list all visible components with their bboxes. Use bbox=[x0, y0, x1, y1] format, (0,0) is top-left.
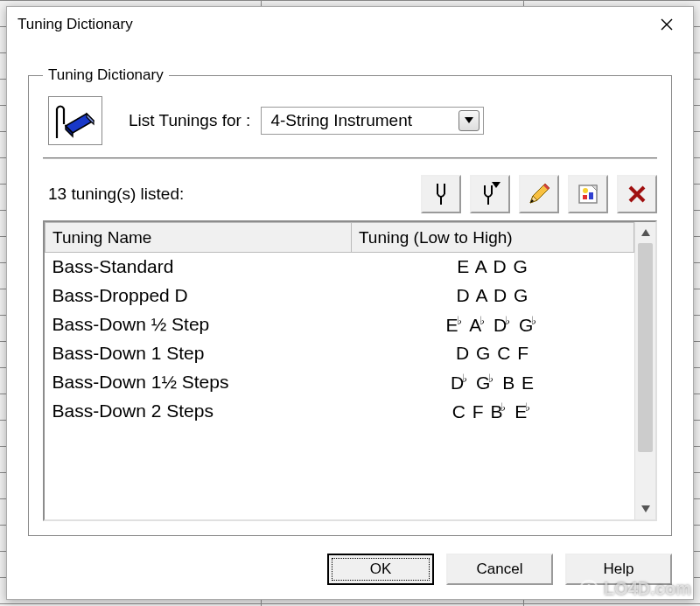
delete-x-icon bbox=[627, 185, 647, 204]
new-tuning-button[interactable] bbox=[421, 175, 461, 213]
vertical-scrollbar[interactable] bbox=[634, 222, 655, 519]
delete-tuning-button[interactable] bbox=[617, 175, 657, 213]
watermark: LO4D.com bbox=[579, 579, 691, 599]
tunings-count-label: 13 tuning(s) listed: bbox=[43, 185, 412, 204]
svg-marker-24 bbox=[641, 229, 650, 236]
groupbox-legend: Tuning Dictionary bbox=[43, 66, 169, 84]
svg-point-21 bbox=[583, 188, 588, 193]
tuning-name-cell: Bass-Down ½ Step bbox=[46, 310, 352, 339]
watermark-text: LO4D.com bbox=[604, 579, 691, 599]
chevron-down-icon bbox=[458, 110, 480, 131]
tuning-notes-cell: D G C F bbox=[351, 339, 634, 368]
svg-rect-20 bbox=[589, 192, 593, 199]
instrument-combo[interactable]: 4-String Instrument bbox=[261, 107, 484, 135]
chevron-up-icon bbox=[641, 229, 650, 236]
separator bbox=[43, 157, 657, 159]
table-row[interactable]: Bass-Down ½ StepE♭ A♭ D♭ G♭ bbox=[46, 310, 634, 339]
instrument-selected-text: 4-String Instrument bbox=[270, 111, 453, 130]
scroll-thumb[interactable] bbox=[638, 243, 653, 452]
svg-marker-25 bbox=[641, 505, 650, 512]
tuning-fork-book-icon bbox=[53, 101, 97, 140]
tuning-notes-cell: D A D G bbox=[351, 282, 634, 310]
edit-tuning-button[interactable] bbox=[519, 175, 559, 213]
instrument-selector-row: List Tunings for : 4-String Instrument bbox=[43, 96, 657, 145]
toolbar-row: 13 tuning(s) listed: bbox=[43, 175, 657, 213]
edit-pencil-icon bbox=[528, 183, 550, 205]
tuning-notes-cell: C F B♭ E♭ bbox=[351, 397, 634, 426]
table-row[interactable]: Bass-Down 1½ StepsD♭ G♭ B E bbox=[46, 368, 634, 397]
tuning-notes-cell: D♭ G♭ B E bbox=[351, 368, 634, 397]
tuning-name-cell: Bass-Standard bbox=[46, 253, 352, 282]
tuning-properties-button[interactable] bbox=[568, 175, 608, 213]
tunings-table[interactable]: Tuning Name Tuning (Low to High) Bass-St… bbox=[45, 222, 634, 519]
tuning-notes-cell: E♭ A♭ D♭ G♭ bbox=[351, 310, 634, 339]
table-row[interactable]: Bass-Down 1 StepD G C F bbox=[46, 339, 634, 368]
tunings-table-container: Tuning Name Tuning (Low to High) Bass-St… bbox=[43, 220, 657, 521]
svg-marker-12 bbox=[492, 182, 500, 188]
tuning-dictionary-dialog: Tuning Dictionary Tuning Dictionary bbox=[6, 6, 694, 600]
tuning-name-cell: Bass-Down 1½ Steps bbox=[46, 368, 352, 397]
scroll-down-button[interactable] bbox=[635, 498, 655, 519]
tuning-dictionary-group: Tuning Dictionary List Tunings for : bbox=[28, 66, 672, 536]
table-row[interactable]: Bass-StandardE A D G bbox=[46, 253, 634, 282]
tuning-name-cell: Bass-Dropped D bbox=[46, 282, 352, 310]
select-tuning-button[interactable] bbox=[470, 175, 510, 213]
table-row[interactable]: Bass-Dropped DD A D G bbox=[46, 282, 634, 310]
close-icon bbox=[661, 18, 673, 31]
tuning-name-cell: Bass-Down 1 Step bbox=[46, 339, 352, 368]
svg-rect-19 bbox=[583, 195, 587, 199]
dictionary-icon-box bbox=[48, 96, 102, 145]
properties-icon bbox=[577, 183, 599, 205]
titlebar: Tuning Dictionary bbox=[7, 7, 693, 42]
dialog-client-area: Tuning Dictionary List Tunings for : bbox=[7, 42, 693, 599]
ok-button[interactable]: OK bbox=[327, 554, 434, 585]
download-icon bbox=[579, 580, 598, 599]
tuning-fork-pick-icon bbox=[480, 182, 500, 206]
dialog-button-row: OK Cancel Help bbox=[28, 554, 672, 585]
chevron-down-icon bbox=[641, 505, 650, 512]
tuning-notes-cell: E A D G bbox=[351, 253, 634, 282]
table-row[interactable]: Bass-Down 2 StepsC F B♭ E♭ bbox=[46, 397, 634, 426]
window-title: Tuning Dictionary bbox=[18, 16, 648, 33]
scroll-up-button[interactable] bbox=[635, 222, 655, 243]
cancel-button[interactable]: Cancel bbox=[446, 554, 553, 585]
col-tuning-name[interactable]: Tuning Name bbox=[46, 223, 352, 253]
col-tuning-notes[interactable]: Tuning (Low to High) bbox=[351, 223, 634, 253]
list-tunings-label: List Tunings for : bbox=[129, 111, 250, 130]
tuning-name-cell: Bass-Down 2 Steps bbox=[46, 397, 352, 426]
scroll-track[interactable] bbox=[635, 243, 655, 498]
svg-marker-5 bbox=[465, 117, 473, 123]
close-button[interactable] bbox=[648, 10, 686, 38]
tuning-fork-icon bbox=[432, 182, 450, 206]
